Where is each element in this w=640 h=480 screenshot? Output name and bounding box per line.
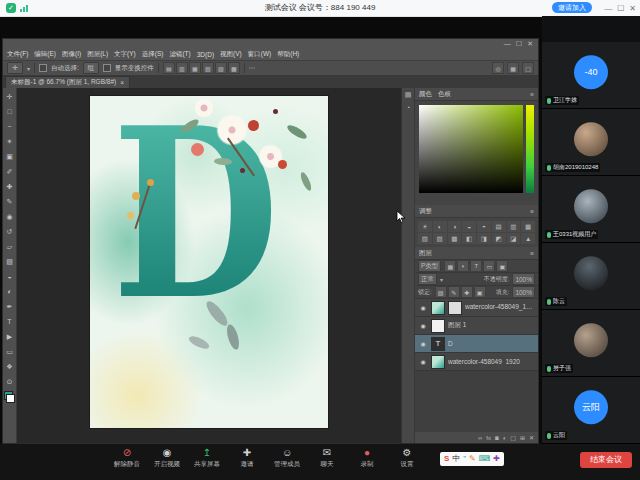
participant-tile[interactable]: 王0331视频用户 [542,176,640,243]
layer-thumbnail[interactable] [431,301,445,315]
participant-tile[interactable]: 胡南2019010248 [542,109,640,176]
layer-filter-icon[interactable]: T [470,260,482,272]
layer-filter-icon[interactable]: ◐ [457,260,469,272]
opacity-value[interactable]: 100% [512,273,535,285]
ps-menu-item[interactable]: 编辑(E) [34,50,56,59]
ps-tool-button[interactable]: ▣ [3,149,16,164]
ps-tool-button[interactable]: ✚ [3,179,16,194]
ps-menu-item[interactable]: 图层(L) [87,50,108,59]
layers-footer-icon[interactable]: ✕ [529,434,534,441]
invite-button[interactable]: 邀请加入 [552,2,592,13]
input-bar-icon[interactable]: ✚ [493,452,500,466]
lock-icon[interactable]: ✚ [461,286,473,298]
ps-tool-button[interactable]: ❖ [3,359,16,374]
lock-icon[interactable]: ▨ [435,286,447,298]
ps-tool-button[interactable]: ◉ [3,209,16,224]
ps-tool-button[interactable]: ▨ [3,254,16,269]
ps-tool-button[interactable]: ✒ [3,299,16,314]
input-bar-icon[interactable]: ” [463,452,466,466]
window-control-button[interactable]: ☐ [617,4,624,13]
security-shield-icon[interactable]: ✓ [6,3,16,13]
align-icon[interactable]: ▦ [189,62,201,74]
panel-menu-icon[interactable]: ≡ [530,208,534,215]
layers-footer-icon[interactable]: ▢ [510,434,516,441]
text-layer-thumbnail[interactable]: T [431,337,445,351]
close-icon[interactable]: × [120,79,124,86]
ps-tool-button[interactable]: ✶ [3,134,16,149]
toolbar-button[interactable]: ⚙ 设置 [390,447,424,469]
current-tool-icon[interactable]: ✛ [7,62,23,74]
input-bar-icon[interactable]: S [444,452,449,466]
background-color-swatch[interactable] [6,394,15,403]
color-swatches[interactable] [4,391,15,403]
adjustment-icon[interactable]: ▥ [507,221,521,232]
workspace-icon[interactable]: ◎ [492,62,504,74]
ps-tool-button[interactable]: ◐ [3,284,16,299]
ps-tool-button[interactable]: ⊙ [3,374,16,389]
ps-window-control-button[interactable]: ☐ [516,39,522,49]
layer-filter-icon[interactable]: ▦ [444,260,456,272]
layer-thumbnail[interactable] [431,355,445,369]
toolbar-button[interactable]: ✉ 聊天 [310,447,344,469]
visibility-eye-icon[interactable]: ◉ [418,322,428,329]
layers-footer-icon[interactable]: ⊞ [520,434,525,441]
auto-select-checkbox[interactable] [39,64,47,72]
ps-window-control-button[interactable]: — [504,39,511,49]
adjustment-icon[interactable]: ▲ [521,233,535,244]
show-transform-checkbox[interactable] [103,64,111,72]
ps-tool-button[interactable]: ↺ [3,224,16,239]
ps-tool-button[interactable]: ✐ [3,164,16,179]
end-meeting-button[interactable]: 结束会议 [580,452,632,468]
ps-tool-button[interactable]: ◒ [3,269,16,284]
adjustment-icon[interactable]: ◑ [448,221,462,232]
layers-footer-icon[interactable]: fx [486,435,491,441]
layer-row[interactable]: ◉ watercolor-458049_1920 拷贝 [415,299,538,317]
adjustment-icon[interactable]: ▧ [418,233,432,244]
fill-value[interactable]: 100% [512,286,535,298]
adjustment-icon[interactable]: ◐ [433,221,447,232]
window-control-button[interactable]: ✕ [629,4,636,13]
adjustment-icon[interactable]: ◩ [492,233,506,244]
adjustment-icon[interactable]: ◓ [477,221,491,232]
blend-mode-dropdown[interactable]: 正常 [418,273,437,285]
adjustment-icon[interactable]: ▨ [433,233,447,244]
workspace-icon[interactable]: ▢ [522,62,534,74]
align-icon[interactable]: ▨ [215,62,227,74]
layers-footer-icon[interactable]: ◙ [495,435,499,441]
adjustment-icon[interactable]: ▦ [521,221,535,232]
auto-select-dropdown[interactable]: 组 [83,62,99,74]
window-control-button[interactable]: — [604,4,612,13]
align-icon[interactable]: ▩ [228,62,240,74]
toolbar-button[interactable]: ✚ 邀请 [230,447,264,469]
align-icon[interactable]: ▥ [176,62,188,74]
ps-tool-button[interactable]: ▭ [3,344,16,359]
tab-color[interactable]: 颜色 [419,90,432,99]
workspace-icon[interactable]: ▦ [507,62,519,74]
visibility-eye-icon[interactable]: ◉ [418,340,428,347]
ps-menu-item[interactable]: 图像(I) [62,50,81,59]
ps-tool-button[interactable]: ▱ [3,239,16,254]
panel-menu-icon[interactable]: ≡ [530,250,534,257]
adjustment-icon[interactable]: ▤ [492,221,506,232]
layer-filter-dropdown[interactable]: P类型 [418,260,441,272]
lock-icon[interactable]: ▣ [474,286,486,298]
layer-filter-icon[interactable]: ▭ [483,260,495,272]
ps-tool-button[interactable]: ✛ [3,89,16,104]
collapsed-panel-icon[interactable]: ▤ [405,91,412,99]
toolbar-button[interactable]: ⊘ 解除静音 [110,447,144,469]
toolbar-button[interactable]: ☺ 管理成员 [270,447,304,469]
participant-tile[interactable]: -40 卫江学姝 [542,42,640,109]
tab-swatches[interactable]: 色板 [438,90,451,99]
hue-slider[interactable] [526,105,534,193]
input-bar-icon[interactable]: ✎ [469,452,476,466]
ps-tool-button[interactable]: ▶ [3,329,16,344]
lock-icon[interactable]: ✎ [448,286,460,298]
participant-tile[interactable]: 陈云 [542,243,640,310]
toolbar-button[interactable]: ◉ 开启视频 [150,447,184,469]
ps-window-control-button[interactable]: ✕ [527,39,533,49]
ps-menu-item[interactable]: 窗口(W) [248,50,271,59]
ps-canvas[interactable]: D [17,88,401,443]
input-bar-icon[interactable]: 中 [452,452,460,466]
adjustment-icon[interactable]: ◪ [507,233,521,244]
ps-menu-item[interactable]: 选择(S) [142,50,164,59]
